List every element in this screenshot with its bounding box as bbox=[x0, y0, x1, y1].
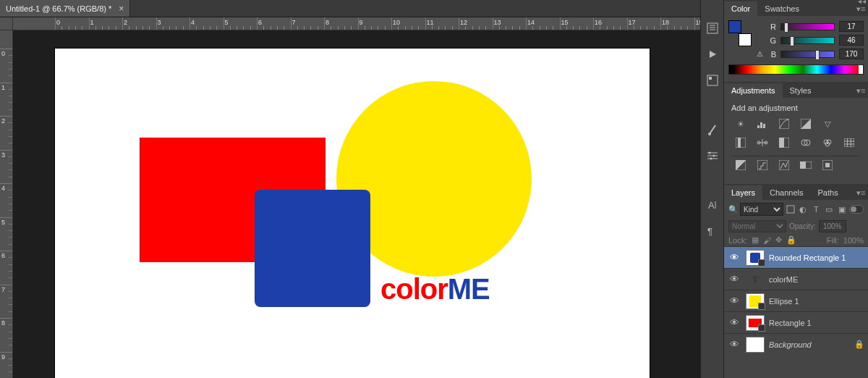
filter-pixel-icon[interactable] bbox=[785, 203, 796, 215]
curves-icon[interactable] bbox=[776, 117, 792, 131]
document-tab[interactable]: Untitled-1 @ 66.7% (RGB/8) * × bbox=[0, 0, 130, 17]
black-white-icon[interactable] bbox=[776, 135, 792, 150]
opacity-value[interactable]: 100% bbox=[819, 220, 846, 232]
color-b-warn[interactable]: ⚠ bbox=[756, 49, 763, 59]
layer-filter-kind[interactable]: Kind bbox=[740, 203, 783, 216]
channel-mixer-icon[interactable] bbox=[820, 135, 835, 150]
svg-text:¶: ¶ bbox=[707, 226, 712, 236]
panel-menu-icon[interactable]: ▾≡ bbox=[856, 190, 865, 198]
filter-toggle[interactable] bbox=[849, 205, 864, 214]
layer-name[interactable]: colorME bbox=[769, 275, 865, 284]
text-layer-colorme[interactable]: colorME bbox=[380, 273, 490, 306]
tab-styles[interactable]: Styles bbox=[783, 83, 819, 98]
text-layer-icon[interactable]: T bbox=[746, 272, 765, 287]
color-g-value[interactable]: 46 bbox=[839, 35, 864, 46]
svg-rect-0 bbox=[707, 23, 718, 33]
adjustments-panel: Adjustments Styles ▾≡ Add an adjustment … bbox=[724, 82, 868, 184]
color-spectrum-ramp[interactable] bbox=[728, 64, 864, 75]
visibility-icon[interactable]: 👁 bbox=[727, 252, 741, 263]
layer-name[interactable]: Background bbox=[769, 340, 854, 349]
visibility-icon[interactable]: 👁 bbox=[727, 339, 741, 350]
background-color-swatch[interactable] bbox=[739, 33, 752, 46]
vibrance-icon[interactable]: ▽ bbox=[820, 117, 835, 131]
layer-thumbnail[interactable] bbox=[746, 250, 765, 266]
history-icon[interactable] bbox=[706, 22, 719, 35]
brush-presets-icon[interactable] bbox=[706, 149, 719, 162]
filter-shape-icon[interactable]: ▭ bbox=[823, 203, 835, 215]
svg-rect-31 bbox=[800, 161, 806, 169]
lock-transparent-icon[interactable]: ▦ bbox=[752, 235, 759, 245]
ruler-horizontal[interactable]: 012345678910111213141516171819 bbox=[13, 17, 700, 30]
photo-filter-icon[interactable] bbox=[798, 135, 814, 150]
layer-list: 👁 Rounded Rectangle 1 👁 T colorME 👁 bbox=[724, 246, 868, 355]
panel-menu-icon[interactable]: ▾≡ bbox=[856, 7, 865, 14]
filter-adjustment-icon[interactable]: ◐ bbox=[798, 203, 809, 215]
shape-rounded-rectangle-blue[interactable] bbox=[255, 190, 370, 307]
visibility-icon[interactable]: 👁 bbox=[727, 317, 741, 328]
filter-smart-icon[interactable]: ▣ bbox=[836, 203, 848, 215]
layer-thumbnail[interactable] bbox=[746, 315, 765, 331]
lock-image-icon[interactable]: 🖌 bbox=[763, 236, 771, 245]
adjustments-hint: Add an adjustment bbox=[728, 102, 864, 117]
hue-saturation-icon[interactable] bbox=[733, 135, 749, 150]
exposure-icon[interactable] bbox=[798, 117, 814, 131]
levels-icon[interactable] bbox=[754, 117, 770, 131]
color-lookup-icon[interactable] bbox=[841, 135, 857, 150]
brushes-icon[interactable] bbox=[706, 123, 719, 136]
layer-background[interactable]: 👁 Background 🔒 bbox=[724, 333, 868, 355]
lock-position-icon[interactable]: ✥ bbox=[775, 235, 782, 245]
tab-swatches[interactable]: Swatches bbox=[757, 1, 807, 16]
tab-channels[interactable]: Channels bbox=[762, 185, 810, 200]
filter-type-icon[interactable]: T bbox=[810, 203, 822, 215]
canvas[interactable]: colorME bbox=[55, 49, 650, 378]
posterize-icon[interactable] bbox=[754, 158, 770, 172]
foreground-color-swatch[interactable] bbox=[728, 20, 741, 33]
threshold-icon[interactable] bbox=[776, 158, 792, 172]
lock-all-icon[interactable]: 🔒 bbox=[786, 235, 796, 245]
tab-color[interactable]: Color bbox=[724, 1, 757, 16]
ruler-origin[interactable] bbox=[0, 17, 13, 30]
character-icon[interactable]: A bbox=[706, 198, 719, 211]
foreground-background-swatches[interactable] bbox=[728, 20, 752, 46]
panel-menu-icon[interactable]: ▾≡ bbox=[856, 88, 865, 96]
layer-rectangle[interactable]: 👁 Rectangle 1 bbox=[724, 311, 868, 333]
visibility-icon[interactable]: 👁 bbox=[727, 295, 741, 306]
layer-thumbnail[interactable] bbox=[746, 337, 765, 353]
adjustments-panel-tabs: Adjustments Styles ▾≡ bbox=[724, 82, 868, 98]
color-balance-icon[interactable] bbox=[754, 135, 770, 150]
blend-mode-select[interactable]: Normal bbox=[728, 220, 786, 232]
layer-lock-row: Lock: ▦ 🖌 ✥ 🔒 Fill: 100% bbox=[724, 234, 868, 246]
color-r-value[interactable]: 17 bbox=[839, 21, 864, 32]
layer-name[interactable]: Rectangle 1 bbox=[769, 319, 865, 327]
invert-icon[interactable] bbox=[733, 158, 749, 172]
visibility-icon[interactable]: 👁 bbox=[727, 274, 741, 285]
close-icon[interactable]: × bbox=[119, 4, 124, 14]
layer-name[interactable]: Ellipse 1 bbox=[769, 297, 865, 306]
lock-icon[interactable]: 🔒 bbox=[854, 340, 865, 349]
actions-icon[interactable] bbox=[706, 48, 719, 61]
tab-paths[interactable]: Paths bbox=[811, 185, 846, 200]
svg-rect-17 bbox=[738, 138, 741, 148]
color-b-slider[interactable] bbox=[780, 51, 835, 58]
paragraph-icon[interactable]: ¶ bbox=[706, 224, 719, 238]
layer-text-colorme[interactable]: 👁 T colorME bbox=[724, 268, 868, 290]
layer-thumbnail[interactable] bbox=[746, 293, 765, 309]
properties-icon[interactable] bbox=[706, 74, 719, 87]
adjustments-row-3 bbox=[728, 158, 864, 177]
brightness-contrast-icon[interactable]: ☀ bbox=[733, 117, 749, 131]
svg-rect-3 bbox=[709, 77, 712, 80]
layer-rounded-rectangle[interactable]: 👁 Rounded Rectangle 1 bbox=[724, 246, 868, 268]
color-g-slider[interactable] bbox=[780, 37, 835, 44]
fill-value[interactable]: 100% bbox=[843, 236, 864, 245]
gradient-map-icon[interactable] bbox=[798, 158, 814, 172]
canvas-viewport[interactable]: colorME bbox=[13, 30, 700, 378]
layer-name[interactable]: Rounded Rectangle 1 bbox=[769, 253, 865, 262]
layer-ellipse[interactable]: 👁 Ellipse 1 bbox=[724, 290, 868, 311]
selective-color-icon[interactable] bbox=[820, 158, 835, 172]
tab-adjustments[interactable]: Adjustments bbox=[724, 83, 783, 98]
color-b-label: B bbox=[767, 50, 776, 59]
color-r-slider[interactable] bbox=[780, 23, 835, 30]
color-b-value[interactable]: 170 bbox=[839, 49, 864, 59]
tab-layers[interactable]: Layers bbox=[724, 185, 762, 200]
ruler-vertical[interactable]: 0123456789 bbox=[0, 30, 13, 378]
